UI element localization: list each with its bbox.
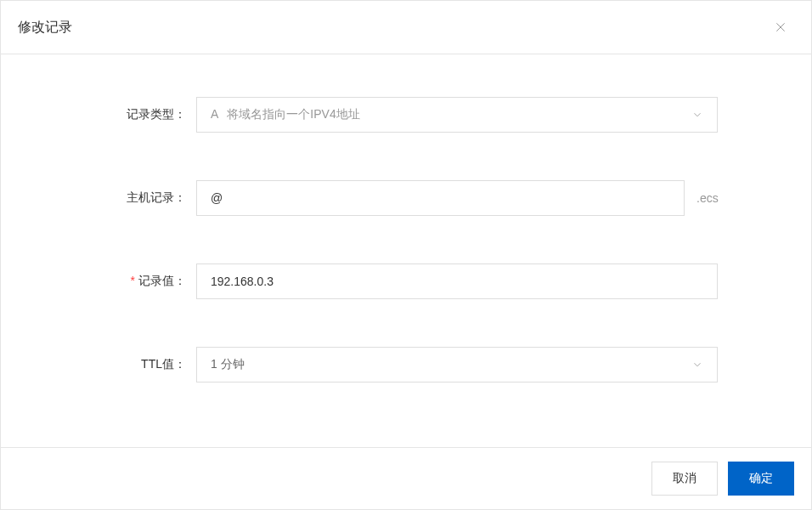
record-type-label: 记录类型：: [52, 107, 196, 122]
modal-container: 修改记录 记录类型： A将域名指向一个IPV4地址: [0, 0, 812, 510]
chevron-down-icon: [691, 359, 703, 371]
ttl-control: 1 分钟: [196, 347, 760, 382]
record-type-select[interactable]: A将域名指向一个IPV4地址: [196, 97, 718, 133]
modal-body: 记录类型： A将域名指向一个IPV4地址 主机记录： .ec: [1, 54, 811, 447]
modal-footer: 取消 确定: [1, 447, 811, 509]
record-value-label-text: 记录值：: [138, 274, 186, 287]
ttl-row: TTL值： 1 分钟: [52, 347, 760, 382]
record-value-label: *记录值：: [52, 274, 196, 289]
record-type-control: A将域名指向一个IPV4地址: [196, 97, 760, 133]
host-record-label: 主机记录：: [52, 190, 196, 206]
chevron-down-icon: [691, 109, 703, 121]
record-type-row: 记录类型： A将域名指向一个IPV4地址: [52, 97, 760, 133]
confirm-button[interactable]: 确定: [728, 462, 794, 496]
record-value-row: *记录值：: [52, 264, 760, 299]
cancel-button[interactable]: 取消: [651, 462, 718, 496]
record-type-prefix: A: [211, 107, 218, 121]
close-button[interactable]: [770, 17, 791, 37]
host-record-control: .ecs: [196, 180, 760, 216]
record-type-desc: 将域名指向一个IPV4地址: [227, 107, 359, 121]
host-record-input[interactable]: [196, 180, 685, 216]
modal-header: 修改记录: [1, 1, 811, 54]
modal-title: 修改记录: [18, 19, 72, 37]
record-value-input[interactable]: [196, 264, 718, 299]
ttl-label: TTL值：: [52, 357, 196, 372]
host-record-row: 主机记录： .ecs: [52, 180, 760, 216]
record-value-control: [196, 264, 760, 299]
record-type-value: A将域名指向一个IPV4地址: [211, 107, 691, 122]
close-icon: [774, 20, 787, 34]
required-asterisk: *: [131, 274, 135, 287]
ttl-value: 1 分钟: [211, 357, 691, 372]
host-record-suffix: .ecs: [696, 191, 719, 205]
ttl-select[interactable]: 1 分钟: [196, 347, 718, 382]
